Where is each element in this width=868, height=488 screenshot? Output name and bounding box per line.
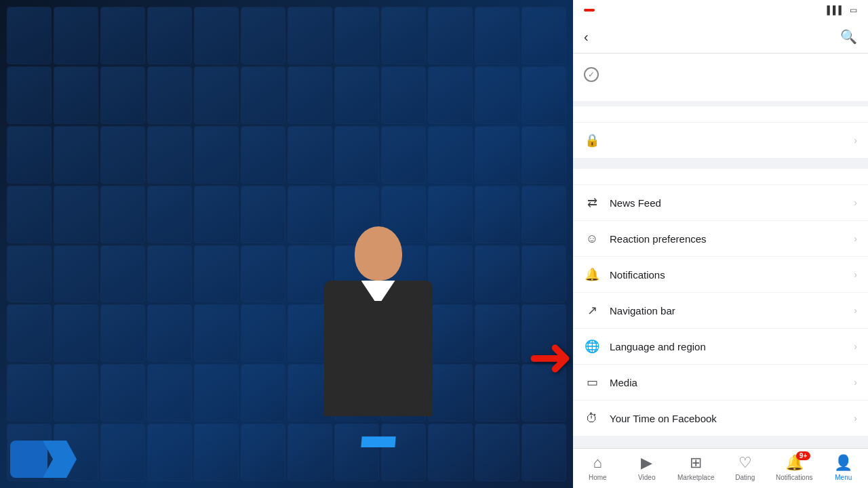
menu-avatar-icon: 👤: [834, 454, 852, 472]
language-region-item[interactable]: 🌐 Language and region ›: [573, 328, 868, 364]
app-header: ‹ 🔍: [573, 20, 868, 54]
reaction-preferences-item[interactable]: ☺ Reaction preferences ›: [573, 220, 868, 256]
nav-label-notifications: Notifications: [776, 474, 812, 481]
home-icon: ⌂: [593, 454, 602, 472]
media-item[interactable]: ▭ Media ›: [573, 364, 868, 400]
media-icon: ▭: [584, 374, 600, 390]
name-banner: [361, 436, 395, 447]
nav-item-marketplace[interactable]: ⊞ Marketplace: [675, 454, 716, 481]
signal-bars-icon: ▌▌▌: [827, 5, 844, 15]
nav-label-video: Video: [638, 474, 655, 481]
nav-item-menu[interactable]: 👤 Menu: [823, 454, 864, 481]
nav-item-home[interactable]: ⌂ Home: [577, 454, 618, 481]
nav-item-video[interactable]: ▶ Video: [627, 454, 667, 481]
notifications-item[interactable]: 🔔 Notifications ›: [573, 256, 868, 292]
verification-item[interactable]: ✓: [584, 62, 857, 87]
notifications-badge: 9+: [796, 451, 810, 460]
navigation-icon: ↗: [584, 302, 600, 319]
nav-label-menu: Menu: [835, 474, 852, 481]
menu-items-list: ⇄ News Feed › ☺ Reaction preferences › 🔔…: [573, 184, 868, 436]
heart-icon: ♡: [738, 454, 752, 472]
time-on-facebook-label: Your Time on Facebook: [610, 413, 717, 424]
nav-item-notifications[interactable]: 🔔 9+ Notifications: [774, 454, 814, 481]
chevron-right-icon: ›: [854, 197, 857, 208]
person-collar: [361, 281, 395, 301]
verification-check-icon: ✓: [584, 67, 599, 82]
video-thumbnail: // Generate grid keys inline const grid …: [0, 0, 573, 488]
nav-item-dating[interactable]: ♡ Dating: [725, 454, 766, 481]
chevron-right-icon: ›: [854, 413, 857, 424]
see-more-accounts-link[interactable]: [584, 87, 857, 93]
preferences-section-card: ⇄ News Feed › ☺ Reaction preferences › 🔔…: [573, 169, 868, 436]
chevron-right-icon: ›: [854, 233, 857, 244]
navigation-bar-label: Navigation bar: [610, 305, 675, 317]
video-icon: ▶: [641, 454, 652, 472]
language-region-label: Language and region: [610, 341, 706, 352]
chevron-right-icon: ›: [854, 269, 857, 280]
news-feed-item[interactable]: ⇄ News Feed ›: [573, 184, 868, 220]
person-body: [324, 281, 433, 416]
clock-icon: ⏱: [584, 410, 600, 426]
navigation-bar-item[interactable]: ↗ Navigation bar ›: [573, 292, 868, 328]
news-feed-icon: ⇄: [584, 195, 600, 211]
phone-panel: ▌▌▌ ▭ ‹ 🔍 ✓ 🔒 ›: [573, 0, 868, 488]
logo-icon: [10, 441, 47, 478]
person-figure: [304, 226, 453, 443]
chevron-right-icon: ›: [854, 377, 857, 388]
verification-section: ✓: [573, 54, 868, 101]
chevron-right-icon: ›: [854, 341, 857, 352]
settings-content: ✓ 🔒 ›: [573, 54, 868, 448]
cyberguy-logo: [10, 441, 82, 478]
person-head: [355, 226, 402, 281]
nav-label-dating: Dating: [735, 474, 755, 481]
lock-icon: 🔒: [584, 132, 600, 148]
logo-chevron: [43, 441, 77, 478]
bell-icon: 🔔: [584, 266, 600, 283]
back-button[interactable]: ‹: [584, 29, 589, 45]
section-divider-1: [573, 163, 868, 169]
person-area: [203, 226, 553, 447]
reaction-preferences-label: Reaction preferences: [610, 233, 707, 245]
preferences-section-header: [573, 169, 868, 184]
battery-icon: ▭: [850, 5, 857, 15]
notifications-label: Notifications: [610, 269, 665, 281]
nav-label-marketplace: Marketplace: [677, 474, 714, 481]
chevron-right-icon: ›: [854, 135, 857, 146]
marketplace-icon: ⊞: [690, 454, 702, 472]
nav-label-home: Home: [589, 474, 607, 481]
media-label: Media: [610, 377, 637, 388]
status-bar: ▌▌▌ ▭: [573, 0, 868, 20]
bottom-nav: ⌂ Home ▶ Video ⊞ Marketplace ♡ Dating 🔔 …: [573, 448, 868, 488]
tools-section-card: 🔒 ›: [573, 106, 868, 158]
status-icons: ▌▌▌ ▭: [827, 5, 857, 15]
reaction-icon: ☺: [584, 230, 600, 247]
globe-icon: 🌐: [584, 338, 600, 354]
arrow-icon: ➜: [528, 325, 573, 388]
privacy-checkup-item[interactable]: 🔒 ›: [573, 122, 868, 158]
chevron-right-icon: ›: [854, 305, 857, 316]
tools-section-header: [573, 106, 868, 122]
news-feed-label: News Feed: [610, 197, 661, 209]
search-icon[interactable]: 🔍: [840, 28, 857, 45]
status-time: [584, 9, 595, 12]
time-on-facebook-item[interactable]: ⏱ Your Time on Facebook ›: [573, 400, 868, 436]
